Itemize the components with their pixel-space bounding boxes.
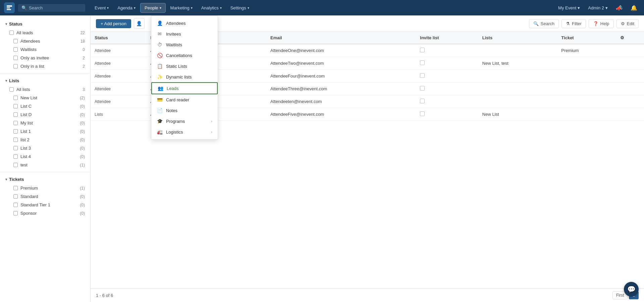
cell-lists: [478, 44, 557, 57]
sidebar-status-header[interactable]: ▾ Status: [0, 19, 90, 29]
edit-button[interactable]: ⚙ Edit: [616, 19, 639, 28]
nav-items: Event ▾ Agenda ▾ People ▾ Marketing ▾ An…: [91, 3, 555, 13]
sidebar-item-standard[interactable]: Standard (0): [0, 192, 90, 201]
cell-d: [616, 108, 644, 121]
chevron-down-icon: ▾: [605, 5, 608, 10]
add-person-button[interactable]: + Add person: [96, 19, 131, 28]
filter-button[interactable]: ⚗ Filter: [561, 19, 586, 28]
help-button[interactable]: ❓ Help: [589, 19, 614, 28]
dropdown-item-label: Attendees: [166, 21, 186, 26]
chevron-down-icon: ▾: [191, 6, 193, 10]
dropdown-item-waitlists[interactable]: ⏱ Waitlists: [151, 39, 218, 50]
dropdown-item-label: Programs: [166, 119, 185, 124]
checkbox-icon: [13, 163, 18, 167]
sidebar-item-sponsor[interactable]: Sponsor (0): [0, 209, 90, 217]
sidebar-item-attendees[interactable]: Attendees 18: [0, 37, 90, 45]
filter-icon: ⚗: [566, 21, 570, 26]
dropdown-item-dynamic-lists[interactable]: ✨ Dynamic lists: [151, 71, 218, 82]
cell-ticket: [557, 57, 616, 70]
col-lists: Lists: [478, 32, 557, 44]
dropdown-item-notes[interactable]: 📄 Notes: [151, 105, 218, 116]
dropdown-item-programs[interactable]: 🎓 Programs ›: [151, 116, 218, 127]
sidebar-item-my-list[interactable]: My list (0): [0, 119, 90, 127]
sidebar-item-all-leads[interactable]: All leads 22: [0, 29, 90, 37]
col-ticket: Ticket: [557, 32, 616, 44]
search-box[interactable]: 🔍: [18, 4, 85, 12]
bell-icon[interactable]: 🔔: [628, 3, 640, 12]
cell-ticket: [557, 70, 616, 83]
sidebar-tickets-header[interactable]: ▾ Tickets: [0, 175, 90, 184]
nav-event[interactable]: Event ▾: [91, 3, 113, 12]
people-dropdown-menu: 👤 Attendees ✉ Invitees ⏱ Waitlists 🚫 Can…: [151, 15, 218, 140]
cell-ticket: [557, 108, 616, 121]
cell-lists: New List: [478, 108, 557, 121]
dropdown-item-label: Notes: [166, 108, 177, 113]
sidebar-item-only-in-list[interactable]: Only in a list 2: [0, 62, 90, 70]
dropdown-item-card-reader[interactable]: 💳 Card reader: [151, 94, 218, 105]
admin-btn[interactable]: Admin 2 ▾: [585, 4, 610, 12]
nav-marketing[interactable]: Marketing ▾: [166, 3, 197, 12]
nav-agenda[interactable]: Agenda ▾: [113, 3, 140, 12]
sidebar-item-only-invitee[interactable]: Only as invitee 2: [0, 54, 90, 62]
col-invite-list: Invite list: [416, 32, 478, 44]
sidebar-item-list-d[interactable]: List D (0): [0, 110, 90, 119]
cell-lists: [478, 95, 557, 108]
app-logo[interactable]: [4, 2, 15, 13]
chat-bubble[interactable]: 💬: [624, 282, 639, 297]
notifications-icon[interactable]: 📣: [613, 3, 625, 12]
nav-settings[interactable]: Settings ▾: [226, 3, 253, 12]
dropdown-item-leads[interactable]: 👥 Leads: [151, 82, 218, 94]
cell-email: AttendeeTwo@inevent.com: [266, 57, 416, 70]
dropdown-item-cancellations[interactable]: 🚫 Cancellations: [151, 50, 218, 61]
sidebar-item-new-list[interactable]: New List (2): [0, 94, 90, 102]
nav-right: My Event ▾ Admin 2 ▾ 📣 🔔: [555, 3, 640, 12]
chevron-down-icon: ▾: [160, 6, 161, 10]
sidebar-item-standard-tier-1[interactable]: Standard Tier 1 (0): [0, 201, 90, 209]
svg-rect-1: [7, 7, 10, 8]
sidebar-item-all-lists[interactable]: All lists 3: [0, 85, 90, 94]
toolbar-right: 🔍 Search ⚗ Filter ❓ Help ⚙ Edit: [529, 19, 639, 28]
search-input[interactable]: [29, 5, 82, 10]
dropdown-item-invitees[interactable]: ✉ Invitees: [151, 29, 218, 39]
checkbox-icon: [13, 56, 18, 60]
dropdown-item-logistics[interactable]: 🚛 Logistics ›: [151, 127, 218, 137]
cell-invite-list: [416, 44, 478, 57]
cell-lists: New List, test: [478, 57, 557, 70]
sidebar-lists-header[interactable]: ▾ Lists: [0, 76, 90, 85]
cell-status: Attendee: [91, 83, 146, 95]
nav-analytics[interactable]: Analytics ▾: [197, 3, 226, 12]
cell-status: Lists: [91, 108, 146, 121]
person-icon-btn[interactable]: 👤: [134, 18, 145, 29]
sidebar-item-list-1[interactable]: List 1 (0): [0, 127, 90, 136]
nav-people[interactable]: People ▾: [140, 3, 165, 13]
col-settings[interactable]: ⚙: [616, 32, 644, 44]
sidebar-item-list-4[interactable]: List 4 (0): [0, 152, 90, 161]
cell-invite-list: [416, 70, 478, 83]
dropdown-item-label: Card reader: [166, 97, 189, 102]
checkbox-icon: [13, 47, 18, 52]
dropdown-item-attendees[interactable]: 👤 Attendees: [151, 18, 218, 29]
checkbox-icon: [13, 146, 18, 150]
dropdown-item-static-lists[interactable]: 📋 Static Lists: [151, 61, 218, 71]
sidebar-item-test[interactable]: test (1): [0, 161, 90, 169]
sidebar-item-list-2[interactable]: list 2 (0): [0, 136, 90, 144]
chevron-right-icon: ›: [211, 130, 212, 134]
cell-status: Attendee: [91, 44, 146, 57]
checkbox-icon: [13, 154, 18, 159]
dropdown-item-label: Logistics: [166, 130, 183, 135]
search-button[interactable]: 🔍 Search: [529, 19, 559, 28]
sidebar-item-list-c[interactable]: List C (0): [0, 102, 90, 110]
my-event-btn[interactable]: My Event ▾: [555, 4, 583, 12]
notes-icon: 📄: [157, 108, 163, 113]
cell-email: AttendeeThree@inevent.com: [266, 83, 416, 95]
checkbox-icon: [13, 186, 18, 190]
cell-email: AttendeeOne@inevent.com: [266, 44, 416, 57]
cell-d: [616, 57, 644, 70]
sidebar-item-list-3[interactable]: List 3 (0): [0, 144, 90, 152]
sidebar-item-premium[interactable]: Premium (1): [0, 184, 90, 192]
cell-d: [616, 44, 644, 57]
checkbox-icon: [13, 112, 18, 117]
sidebar-item-waitlists[interactable]: Waitlists 0: [0, 45, 90, 54]
checkbox-icon: [9, 87, 14, 92]
cell-invite-list: [416, 83, 478, 95]
